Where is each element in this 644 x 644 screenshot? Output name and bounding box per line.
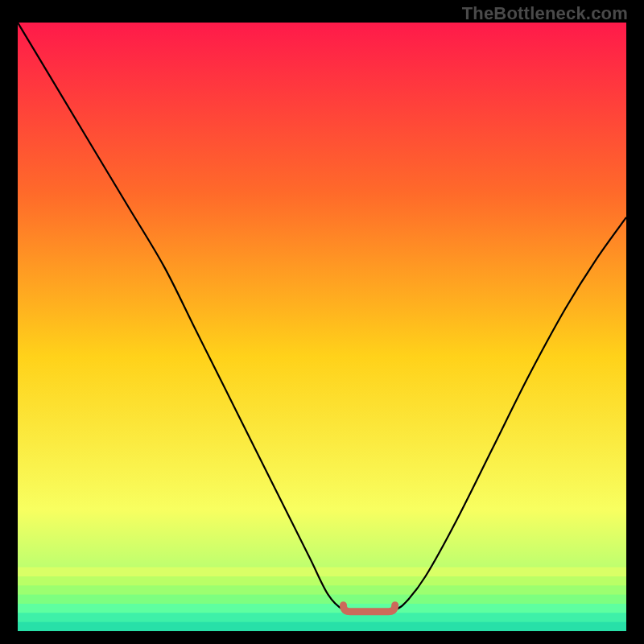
svg-rect-3	[18, 595, 626, 605]
gradient-background	[18, 23, 626, 631]
svg-rect-4	[18, 604, 626, 613]
green-bands	[18, 568, 626, 631]
chart-frame: TheBottleneck.com	[0, 0, 644, 644]
bottleneck-chart	[18, 23, 626, 631]
svg-rect-6	[18, 622, 626, 631]
svg-rect-2	[18, 585, 626, 595]
svg-rect-5	[18, 613, 626, 622]
watermark-text: TheBottleneck.com	[462, 3, 628, 24]
svg-rect-0	[18, 568, 626, 577]
plot-area	[18, 23, 626, 631]
